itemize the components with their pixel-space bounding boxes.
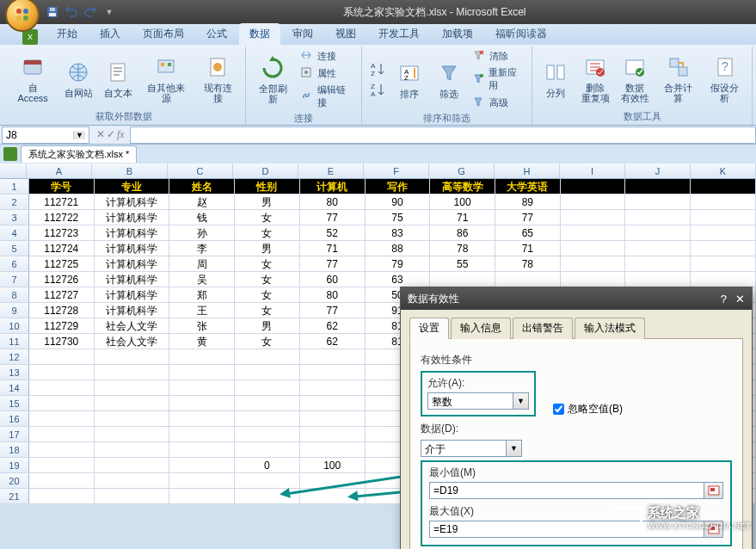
row-header[interactable]: 6: [0, 256, 29, 271]
cell[interactable]: [625, 194, 691, 209]
row-header[interactable]: 16: [0, 411, 29, 426]
cell[interactable]: 计算机: [300, 179, 366, 194]
col-header[interactable]: K: [691, 163, 756, 178]
cell[interactable]: [495, 272, 561, 287]
col-header[interactable]: F: [364, 163, 429, 178]
cell[interactable]: 计算机科学: [95, 256, 170, 271]
row-header[interactable]: 3: [0, 210, 29, 225]
row-header[interactable]: 15: [0, 396, 29, 410]
cell[interactable]: [691, 194, 756, 209]
cell[interactable]: 张: [169, 318, 235, 333]
cell[interactable]: 78: [495, 256, 561, 271]
cell[interactable]: [561, 241, 626, 256]
cell[interactable]: [691, 225, 756, 240]
cell[interactable]: 55: [430, 256, 495, 271]
reapply-button[interactable]: 重新应用: [470, 65, 526, 93]
cell[interactable]: 80: [300, 287, 366, 302]
cell[interactable]: [625, 241, 691, 256]
cell[interactable]: 52: [300, 225, 366, 240]
cell[interactable]: 112725: [29, 256, 95, 271]
tab-formulas[interactable]: 公式: [196, 23, 237, 45]
whatif-button[interactable]: ?假设分析: [704, 52, 747, 105]
advanced-filter-button[interactable]: 高级: [470, 95, 526, 110]
cell[interactable]: [300, 442, 366, 457]
cell[interactable]: 86: [430, 225, 495, 240]
row-header[interactable]: 13: [0, 365, 29, 379]
from-access-button[interactable]: 自 Access: [9, 52, 57, 105]
cell[interactable]: 83: [366, 225, 431, 240]
connections-button[interactable]: 连接: [298, 48, 356, 64]
row-header[interactable]: 4: [0, 225, 29, 240]
cell[interactable]: [95, 396, 170, 410]
dtab-ime[interactable]: 输入法模式: [575, 318, 645, 339]
cell[interactable]: [625, 225, 691, 240]
tab-addins[interactable]: 加载项: [432, 23, 483, 45]
cell[interactable]: 计算机科学: [95, 241, 170, 256]
cell[interactable]: [300, 427, 366, 441]
row-header[interactable]: 17: [0, 427, 29, 441]
col-header[interactable]: J: [625, 163, 691, 178]
cell[interactable]: [691, 256, 756, 271]
cell[interactable]: [561, 256, 626, 271]
cell[interactable]: 计算机科学: [95, 194, 170, 209]
from-other-button[interactable]: 自其他来源: [139, 52, 193, 105]
close-icon[interactable]: ✕: [735, 293, 745, 305]
cell[interactable]: [561, 225, 626, 240]
name-box[interactable]: J8 ▼: [2, 126, 89, 144]
cell[interactable]: 黄: [169, 334, 235, 349]
cell[interactable]: [691, 241, 756, 256]
col-header[interactable]: I: [560, 163, 625, 178]
cell[interactable]: [561, 179, 626, 194]
cell[interactable]: 男: [235, 241, 300, 256]
col-header[interactable]: D: [233, 163, 298, 178]
chevron-down-icon[interactable]: ▼: [73, 131, 85, 139]
dtab-input-msg[interactable]: 输入信息: [451, 318, 511, 339]
undo-icon[interactable]: [64, 4, 79, 20]
cell[interactable]: [29, 365, 95, 379]
cell[interactable]: [29, 427, 95, 441]
cell[interactable]: 计算机科学: [95, 272, 170, 287]
cell[interactable]: [29, 380, 95, 395]
row-header[interactable]: 21: [0, 489, 29, 503]
remove-duplicates-button[interactable]: 删除 重复项: [577, 52, 613, 105]
cell[interactable]: 112728: [29, 303, 95, 318]
cell[interactable]: 60: [300, 272, 366, 287]
cell[interactable]: 112729: [29, 318, 95, 333]
from-text-button[interactable]: 自文本: [100, 57, 136, 100]
cell[interactable]: 计算机科学: [95, 303, 170, 318]
row-header[interactable]: 10: [0, 318, 29, 333]
cell[interactable]: 71: [300, 241, 366, 256]
cell[interactable]: 112722: [29, 210, 95, 225]
cell[interactable]: [300, 396, 366, 410]
cell[interactable]: [300, 411, 366, 426]
cell[interactable]: 女: [235, 225, 300, 240]
data-combo[interactable]: 介于 ▼: [421, 440, 732, 457]
save-icon[interactable]: [45, 4, 60, 20]
select-all-corner[interactable]: [0, 163, 27, 179]
cell[interactable]: [95, 427, 170, 441]
cell[interactable]: [169, 411, 235, 426]
cell[interactable]: 112730: [29, 334, 95, 349]
fx-icon[interactable]: fx: [117, 128, 125, 141]
cell[interactable]: [95, 365, 170, 379]
row-header[interactable]: 7: [0, 272, 29, 287]
cell[interactable]: [235, 411, 300, 426]
cell[interactable]: [29, 349, 95, 364]
chevron-down-icon[interactable]: ▼: [507, 440, 522, 457]
cell[interactable]: 高等数学: [430, 179, 495, 194]
cell[interactable]: 女: [235, 256, 300, 271]
cell[interactable]: [29, 489, 95, 503]
cell[interactable]: [29, 473, 95, 488]
cell[interactable]: 男: [235, 194, 300, 209]
allow-combo[interactable]: 整数 ▼: [427, 392, 529, 410]
cell[interactable]: 79: [366, 256, 431, 271]
cell[interactable]: 女: [235, 334, 300, 349]
cell[interactable]: 112727: [29, 287, 95, 302]
cell[interactable]: [235, 349, 300, 364]
edit-links-button[interactable]: 编辑链接: [298, 83, 356, 110]
tab-review[interactable]: 审阅: [282, 23, 323, 45]
cell[interactable]: [169, 380, 235, 395]
cell[interactable]: [691, 210, 756, 225]
cell[interactable]: [625, 272, 691, 287]
row-header[interactable]: 18: [0, 442, 29, 457]
